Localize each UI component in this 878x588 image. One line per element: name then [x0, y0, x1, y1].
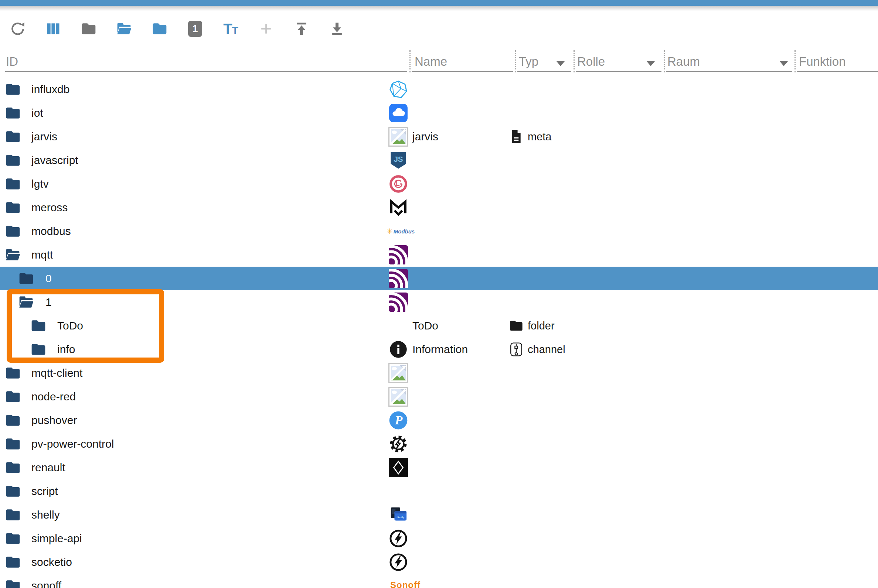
folder-icon: [5, 530, 21, 547]
gear-lightning-icon: [388, 434, 408, 454]
tree-row-mqtt-0-selected[interactable]: 0: [0, 267, 878, 290]
chevron-down-icon[interactable]: [646, 61, 655, 66]
tree-row-mqtt-client[interactable]: mqtt-client: [0, 361, 878, 385]
tree-row-info[interactable]: info Information channel: [0, 338, 878, 361]
collapse-to-level-button[interactable]: [152, 21, 168, 37]
shelly-device-image: Shelly: [388, 505, 408, 525]
tree-row-sonoff[interactable]: sonoff Sonoff: [0, 574, 878, 588]
broken-image-placeholder: [388, 363, 408, 383]
object-id: javascript: [32, 148, 78, 172]
modbus-logo: ✳ Modbus: [386, 219, 415, 243]
mqtt-logo: [388, 292, 408, 312]
folder-icon: [5, 365, 21, 381]
expand-depth-button[interactable]: 1: [187, 21, 203, 37]
object-name: jarvis: [412, 125, 438, 148]
tree-row-simple-api[interactable]: simple-api: [0, 527, 878, 550]
upload-button[interactable]: [293, 21, 310, 37]
object-id: node-red: [32, 385, 76, 408]
tree-row-iot[interactable]: iot: [0, 101, 878, 125]
filter-underline: [797, 71, 878, 72]
filter-underline: [412, 71, 513, 72]
broken-image-placeholder: [388, 387, 408, 406]
tree-row-modbus[interactable]: modbus ✳ Modbus: [0, 219, 878, 243]
filter-raum-select[interactable]: Raum: [668, 55, 700, 69]
object-id: lgtv: [32, 172, 49, 196]
filter-typ-select[interactable]: Typ: [519, 55, 538, 69]
tree-row-pushover[interactable]: pushover P: [0, 408, 878, 432]
folder-icon: [5, 105, 21, 121]
column-separator: [573, 50, 574, 72]
object-type: folder: [528, 314, 555, 338]
meta-document-icon: [508, 129, 524, 144]
object-id: socketio: [32, 550, 72, 574]
tree-row-meross[interactable]: meross: [0, 196, 878, 219]
tree-row-pv-power-control[interactable]: pv-power-control: [0, 432, 878, 456]
influxdb-logo: [388, 80, 408, 99]
refresh-button[interactable]: [10, 21, 26, 37]
filter-underline: [576, 71, 662, 72]
object-id: ToDo: [57, 314, 83, 338]
folder-icon: [5, 200, 21, 216]
folder-icon: [5, 554, 21, 570]
renault-logo: [388, 458, 408, 478]
sonoff-logo: Sonoff: [390, 580, 421, 588]
folder-open-icon: [5, 247, 21, 263]
tree-row-script[interactable]: script: [0, 479, 878, 503]
svg-text:P: P: [395, 413, 403, 427]
download-icon: [329, 21, 345, 37]
toolbar-shadow: [0, 6, 878, 11]
tree-row-renault[interactable]: renault: [0, 456, 878, 479]
columns-button[interactable]: [45, 21, 61, 37]
app-top-bar: [0, 0, 878, 6]
mqtt-logo: [388, 245, 408, 265]
filter-underline: [666, 71, 792, 72]
filter-rolle-select[interactable]: Rolle: [577, 55, 605, 69]
javascript-logo: JS: [388, 150, 408, 170]
tree-row-todo[interactable]: ToDo ToDo folder: [0, 314, 878, 338]
filter-underline: [517, 71, 571, 72]
object-type: meta: [528, 125, 551, 148]
filter-id-input[interactable]: ID: [6, 55, 18, 69]
tree-row-lgtv[interactable]: lgtv: [0, 172, 878, 196]
pushover-logo: P: [388, 410, 408, 430]
collapse-all-button[interactable]: [81, 21, 97, 37]
channel-type-icon: [508, 342, 524, 357]
object-name: ToDo: [412, 314, 438, 338]
tree-row-node-red[interactable]: node-red: [0, 385, 878, 408]
object-id: 1: [45, 290, 52, 314]
filter-funktion-select[interactable]: Funktion: [799, 55, 846, 69]
chevron-down-icon[interactable]: [780, 61, 788, 66]
svg-text:Shelly: Shelly: [397, 515, 404, 519]
folder-icon: [5, 436, 21, 452]
object-id: shelly: [32, 503, 60, 527]
tree-row-socketio[interactable]: socketio: [0, 550, 878, 574]
folder-icon: [18, 270, 35, 286]
expand-all-button[interactable]: [116, 21, 132, 37]
chevron-down-icon[interactable]: [556, 61, 565, 66]
object-id: modbus: [32, 219, 71, 243]
lightning-circle-icon: [388, 528, 408, 549]
filter-name-input[interactable]: Name: [415, 55, 447, 69]
folder-icon: [5, 483, 21, 500]
tree-row-influxdb[interactable]: influxdb: [0, 78, 878, 101]
download-button[interactable]: [329, 21, 345, 37]
folder-icon: [5, 459, 21, 476]
refresh-icon: [10, 21, 26, 37]
tree-row-shelly[interactable]: shelly Shelly: [0, 503, 878, 527]
tree-row-mqtt[interactable]: mqtt: [0, 243, 878, 267]
folder-open-icon: [18, 294, 35, 310]
add-object-button[interactable]: [258, 21, 274, 37]
upload-icon: [293, 21, 310, 37]
star-icon: ✳: [386, 227, 393, 236]
object-id: jarvis: [32, 125, 57, 148]
show-names-button[interactable]: Tt: [223, 21, 239, 37]
lightning-circle-icon: [388, 552, 408, 572]
object-id: mqtt-client: [32, 361, 83, 385]
tree-row-javascript[interactable]: javascript JS: [0, 148, 878, 172]
object-id: meross: [32, 196, 68, 219]
tree-row-jarvis[interactable]: jarvis jarvis meta: [0, 125, 878, 148]
folder-icon: [30, 341, 47, 357]
folder-icon: [30, 318, 47, 334]
tree-row-mqtt-1[interactable]: 1: [0, 290, 878, 314]
object-id: iot: [32, 101, 43, 125]
